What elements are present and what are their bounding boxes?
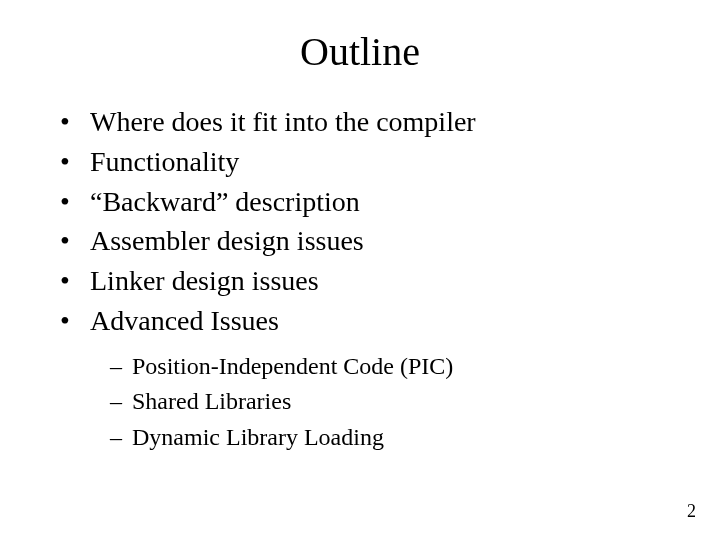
bullet-text: Advanced Issues — [90, 305, 279, 336]
page-number: 2 — [687, 501, 696, 522]
list-item: Assembler design issues — [60, 222, 680, 260]
list-item: Functionality — [60, 143, 680, 181]
bullet-text: “Backward” description — [90, 186, 360, 217]
list-item: Advanced Issues — [60, 302, 680, 340]
slide: Outline Where does it fit into the compi… — [0, 0, 720, 540]
bullet-text: Functionality — [90, 146, 239, 177]
list-item: Position-Independent Code (PIC) — [110, 350, 680, 384]
slide-title: Outline — [40, 28, 680, 75]
sub-bullet-text: Shared Libraries — [132, 388, 291, 414]
list-item: Dynamic Library Loading — [110, 421, 680, 455]
sub-bullet-text: Position-Independent Code (PIC) — [132, 353, 453, 379]
list-item: “Backward” description — [60, 183, 680, 221]
bullet-text: Assembler design issues — [90, 225, 364, 256]
sub-bullet-list: Position-Independent Code (PIC) Shared L… — [110, 350, 680, 455]
sub-bullet-text: Dynamic Library Loading — [132, 424, 384, 450]
bullet-text: Linker design issues — [90, 265, 319, 296]
bullet-text: Where does it fit into the compiler — [90, 106, 476, 137]
list-item: Shared Libraries — [110, 385, 680, 419]
bullet-list: Where does it fit into the compiler Func… — [60, 103, 680, 340]
list-item: Linker design issues — [60, 262, 680, 300]
list-item: Where does it fit into the compiler — [60, 103, 680, 141]
